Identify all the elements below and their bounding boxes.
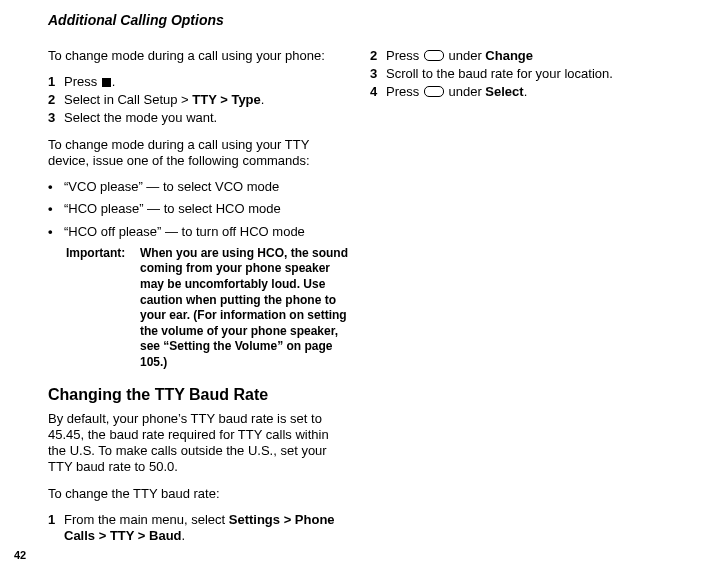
step-number: 2 [370,48,386,64]
page-header: Additional Calling Options [48,12,707,30]
step-text: . [182,528,186,543]
step-text: under [445,84,485,99]
step-item: 1 Press . [48,74,348,90]
step-text: Press [64,74,101,89]
step-item: 2 Press under Change [370,48,700,64]
step-text: . [112,74,116,89]
steps-list-right: 2 Press under Change 3 Scroll to the bau… [370,48,700,101]
menu-key-icon [102,78,111,87]
bullet-icon: • [48,224,64,240]
important-label: Important: [66,246,140,371]
step-text: . [524,84,528,99]
step-number: 2 [48,92,64,108]
step-bold: TTY > Type [192,92,261,107]
step-bold: Change [485,48,533,63]
step-body: Select in Call Setup > TTY > Type. [64,92,348,108]
right-column: 2 Press under Change 3 Scroll to the bau… [370,48,700,555]
step-body: Scroll to the baud rate for your locatio… [386,66,700,82]
left-column: To change mode during a call using your … [48,48,348,555]
bullet-text: “HCO please” — to select HCO mode [64,201,281,217]
section-heading: Changing the TTY Baud Rate [48,385,348,405]
bullet-icon: • [48,179,64,195]
important-body: When you are using HCO, the sound coming… [140,246,348,371]
step-text: Press [386,48,423,63]
step-number: 1 [48,74,64,90]
important-note: Important: When you are using HCO, the s… [66,246,348,371]
soft-key-icon [424,86,444,97]
step-item: 3 Select the mode you want. [48,110,348,126]
step-body: Press under Change [386,48,700,64]
step-bold: Select [485,84,523,99]
step-item: 2 Select in Call Setup > TTY > Type. [48,92,348,108]
step-text: . [261,92,265,107]
step-text: From the main menu, select [64,512,229,527]
bullet-item: • “VCO please” — to select VCO mode [48,179,348,195]
step-text: under [445,48,485,63]
step-number: 4 [370,84,386,100]
bullet-text: “VCO please” — to select VCO mode [64,179,279,195]
step-number: 3 [48,110,64,126]
bullet-text: “HCO off please” — to turn off HCO mode [64,224,305,240]
steps-list-1: 1 Press . 2 Select in Call Setup > TTY >… [48,74,348,127]
paragraph: By default, your phone’s TTY baud rate i… [48,411,348,476]
step-number: 1 [48,512,64,545]
bullet-item: • “HCO please” — to select HCO mode [48,201,348,217]
bullet-list: • “VCO please” — to select VCO mode • “H… [48,179,348,240]
step-body: Press under Select. [386,84,700,100]
paragraph: To change the TTY baud rate: [48,486,348,502]
bullet-item: • “HCO off please” — to turn off HCO mod… [48,224,348,240]
soft-key-icon [424,50,444,61]
step-item: 1 From the main menu, select Settings > … [48,512,348,545]
step-number: 3 [370,66,386,82]
steps-list-2: 1 From the main menu, select Settings > … [48,512,348,545]
content-columns: To change mode during a call using your … [48,48,707,555]
step-body: From the main menu, select Settings > Ph… [64,512,348,545]
step-item: 3 Scroll to the baud rate for your locat… [370,66,700,82]
step-item: 4 Press under Select. [370,84,700,100]
intro-text-2: To change mode during a call using your … [48,137,348,170]
bullet-icon: • [48,201,64,217]
step-text: Select in Call Setup > [64,92,192,107]
step-body: Select the mode you want. [64,110,348,126]
step-body: Press . [64,74,348,90]
page-number: 42 [14,549,26,563]
page: Additional Calling Options To change mod… [0,0,721,573]
step-text: Press [386,84,423,99]
intro-text-1: To change mode during a call using your … [48,48,348,64]
